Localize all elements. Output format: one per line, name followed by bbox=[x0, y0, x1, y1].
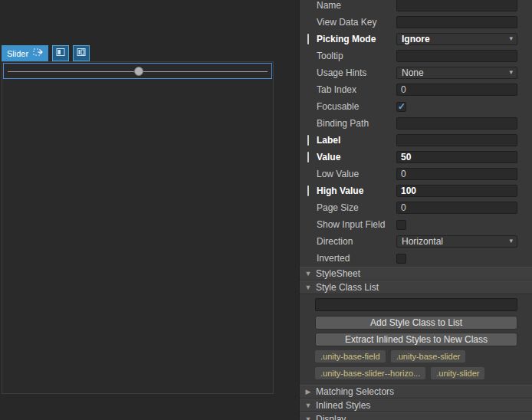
show-input-field-checkbox[interactable] bbox=[396, 220, 406, 230]
page-size-input[interactable]: 0 bbox=[396, 202, 517, 214]
dropdown-value: Horizontal bbox=[402, 236, 443, 247]
style-class-pill[interactable]: .unity-base-field bbox=[315, 350, 386, 363]
inverted-checkbox[interactable] bbox=[396, 254, 406, 264]
high-value-input[interactable]: 100 bbox=[396, 185, 517, 197]
field-label: Tooltip bbox=[317, 51, 396, 61]
section-stylesheet-label: StyleSheet bbox=[316, 268, 360, 279]
field-control: Ignore▾ bbox=[396, 33, 517, 45]
style-class-pill[interactable]: .unity-base-slider bbox=[391, 350, 466, 363]
section-display[interactable]: ▼ Display bbox=[300, 412, 532, 420]
field-control bbox=[396, 16, 517, 28]
field-label: View Data Key bbox=[317, 17, 396, 28]
field-label: Label bbox=[317, 135, 396, 146]
selected-element-label: Slider bbox=[7, 49, 28, 58]
field-label: Picking Mode bbox=[317, 34, 396, 44]
modified-indicator-bar bbox=[307, 34, 309, 44]
field-control bbox=[396, 220, 517, 230]
style-class-list-content: Add Style Class to List Extract Inlined … bbox=[300, 294, 532, 385]
field-control: 0 bbox=[396, 84, 517, 96]
section-matching-selectors[interactable]: ▶ Matching Selectors bbox=[300, 385, 532, 399]
field-control: Horizontal▾ bbox=[396, 235, 517, 248]
section-display-label: Display bbox=[316, 414, 346, 420]
field-control bbox=[396, 134, 517, 146]
style-class-input[interactable] bbox=[315, 298, 517, 311]
match-size-button[interactable] bbox=[73, 45, 90, 61]
focusable-checkbox[interactable] bbox=[396, 102, 406, 112]
attribute-fields: NameView Data KeyPicking ModeIgnore▾Tool… bbox=[300, 0, 532, 267]
usage-hints-dropdown[interactable]: None▾ bbox=[396, 67, 517, 79]
name-input[interactable] bbox=[396, 0, 517, 11]
modified-indicator-bar bbox=[307, 185, 309, 196]
section-inlined-styles-label: Inlined Styles bbox=[316, 400, 370, 411]
dropdown-value: Ignore bbox=[402, 34, 430, 44]
field-row-tab-index: Tab Index0 bbox=[300, 81, 532, 98]
dropdown-value: None bbox=[402, 67, 424, 78]
field-row-show-input-field: Show Input Field bbox=[300, 216, 532, 233]
field-row-name: Name bbox=[300, 0, 532, 14]
add-style-class-button[interactable]: Add Style Class to List bbox=[315, 316, 517, 330]
tooltip-input[interactable] bbox=[396, 50, 517, 62]
low-value-input[interactable]: 0 bbox=[396, 168, 517, 180]
slider-thumb[interactable] bbox=[134, 67, 143, 76]
field-control bbox=[396, 50, 517, 62]
foldout-triangle-icon: ▼ bbox=[304, 270, 312, 277]
foldout-triangle-icon: ▶ bbox=[304, 388, 312, 395]
field-label: Value bbox=[317, 152, 396, 162]
chevron-down-icon: ▾ bbox=[509, 34, 513, 42]
slider-element-selection[interactable] bbox=[3, 63, 272, 79]
field-row-focusable: Focusable bbox=[300, 98, 532, 115]
field-row-value: Value50 bbox=[300, 149, 532, 166]
field-control: None▾ bbox=[396, 67, 517, 79]
tab-index-input[interactable]: 0 bbox=[396, 84, 517, 96]
field-control: 50 bbox=[396, 151, 517, 163]
field-row-direction: DirectionHorizontal▾ bbox=[300, 233, 532, 250]
binding-path-input[interactable] bbox=[396, 117, 517, 130]
move-icon bbox=[33, 48, 43, 58]
foldout-triangle-icon: ▼ bbox=[304, 284, 312, 291]
field-control bbox=[396, 0, 517, 11]
fit-canvas-icon bbox=[56, 48, 65, 59]
modified-indicator-bar bbox=[307, 152, 309, 162]
style-class-pills: .unity-base-field.unity-base-slider.unit… bbox=[315, 350, 517, 379]
selected-element-tab[interactable]: Slider bbox=[2, 45, 48, 61]
field-row-inverted: Inverted bbox=[300, 250, 532, 267]
field-label: Name bbox=[317, 0, 396, 11]
extract-inlined-styles-button[interactable]: Extract Inlined Styles to New Class bbox=[315, 333, 517, 346]
field-label: Binding Path bbox=[317, 118, 396, 129]
field-row-high-value: High Value100 bbox=[300, 182, 532, 199]
style-class-pill[interactable]: .unity-base-slider--horizo... bbox=[315, 367, 425, 379]
field-control: 0 bbox=[396, 202, 517, 214]
field-row-picking-mode: Picking ModeIgnore▾ bbox=[300, 31, 532, 48]
view-data-key-input[interactable] bbox=[396, 16, 517, 28]
section-style-class-list[interactable]: ▼ Style Class List bbox=[300, 281, 532, 294]
field-control bbox=[396, 117, 517, 130]
field-label: Usage Hints bbox=[317, 67, 396, 78]
direction-dropdown[interactable]: Horizontal▾ bbox=[396, 235, 517, 248]
modified-indicator-bar bbox=[307, 135, 309, 146]
inspector-panel: NameView Data KeyPicking ModeIgnore▾Tool… bbox=[299, 0, 532, 420]
field-label: Show Input Field bbox=[317, 219, 396, 230]
field-row-usage-hints: Usage HintsNone▾ bbox=[300, 64, 532, 81]
section-inlined-styles[interactable]: ▼ Inlined Styles bbox=[300, 399, 532, 412]
value-input[interactable]: 50 bbox=[396, 151, 517, 163]
field-control: 100 bbox=[396, 185, 517, 197]
field-row-label: Label bbox=[300, 132, 532, 149]
field-label: Inverted bbox=[317, 253, 396, 264]
field-label: Focusable bbox=[317, 101, 396, 112]
field-row-tooltip: Tooltip bbox=[300, 48, 532, 64]
field-control bbox=[396, 102, 517, 112]
design-canvas[interactable] bbox=[2, 61, 274, 394]
field-row-low-value: Low Value0 bbox=[300, 166, 532, 182]
fit-canvas-button[interactable] bbox=[52, 45, 69, 61]
canvas-element-header: Slider bbox=[2, 45, 90, 61]
picking-mode-dropdown[interactable]: Ignore▾ bbox=[396, 33, 517, 45]
section-style-class-list-label: Style Class List bbox=[316, 282, 379, 293]
field-label: Direction bbox=[317, 236, 396, 247]
section-stylesheet[interactable]: ▼ StyleSheet bbox=[300, 267, 532, 281]
label-input[interactable] bbox=[396, 134, 517, 146]
foldout-triangle-icon: ▼ bbox=[304, 415, 312, 420]
field-label: Page Size bbox=[317, 202, 396, 213]
field-row-page-size: Page Size0 bbox=[300, 199, 532, 216]
style-class-pill[interactable]: .unity-slider bbox=[431, 367, 484, 379]
match-size-icon bbox=[77, 48, 86, 59]
